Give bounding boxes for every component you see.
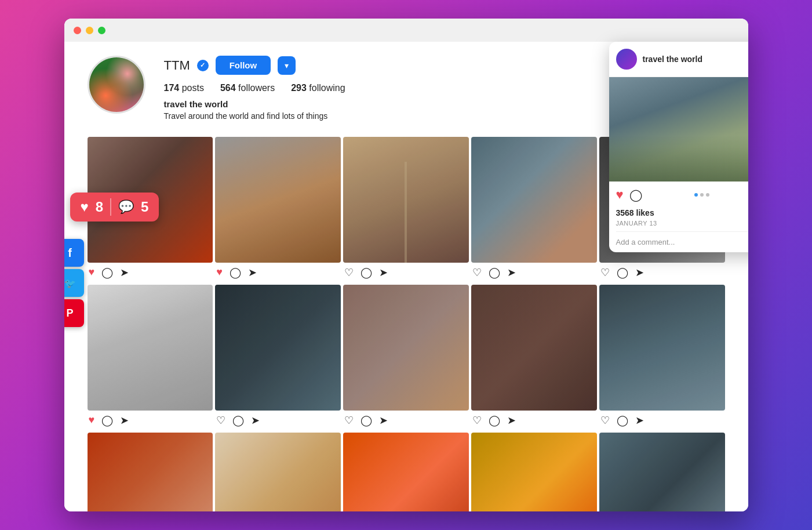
- like-icon[interactable]: [344, 266, 354, 279]
- photo-thumbnail: [88, 433, 213, 511]
- maximize-button[interactable]: [98, 27, 105, 34]
- followers-stat[interactable]: 564 followers: [220, 83, 275, 93]
- photo-actions: ◯ ➤: [88, 411, 213, 430]
- share-icon[interactable]: ➤: [248, 266, 257, 279]
- follow-button[interactable]: Follow: [216, 56, 271, 75]
- list-item[interactable]: [343, 433, 469, 511]
- share-icon[interactable]: ➤: [635, 266, 644, 279]
- like-icon[interactable]: [216, 266, 223, 278]
- photo-actions: ◯ ➤: [599, 411, 725, 430]
- posts-count: 174: [164, 83, 180, 93]
- like-icon[interactable]: [600, 414, 610, 427]
- posts-stat: 174 posts: [164, 83, 204, 93]
- popup-username: travel the world: [643, 55, 702, 64]
- badge-divider: [110, 198, 111, 216]
- share-icon[interactable]: ➤: [635, 414, 644, 427]
- like-icon[interactable]: [600, 266, 610, 279]
- comment-icon[interactable]: ◯: [361, 414, 372, 427]
- notification-badge: ♥ 8 💬 5: [70, 193, 159, 222]
- photo-thumbnail: [215, 285, 341, 411]
- share-icon[interactable]: ➤: [251, 414, 260, 427]
- photo-thumbnail: [88, 285, 213, 411]
- list-item[interactable]: ◯ ➤: [471, 137, 597, 282]
- list-item[interactable]: ◯ ➤: [471, 285, 597, 430]
- twitter-icon: 🐦: [64, 278, 76, 289]
- list-item[interactable]: ◯ ➤: [215, 285, 341, 430]
- minimize-button[interactable]: [86, 27, 93, 34]
- pinterest-icon: P: [66, 307, 73, 320]
- list-item[interactable]: [471, 433, 597, 511]
- share-icon[interactable]: ➤: [120, 414, 129, 427]
- browser-window: TTM ✓ Follow ▾ 174 posts 564 followers: [64, 19, 748, 511]
- photo-thumbnail: [343, 137, 469, 263]
- list-item[interactable]: ◯ ➤: [215, 137, 341, 282]
- list-item[interactable]: ◯ ➤: [343, 285, 469, 430]
- photo-thumbnail: [215, 433, 341, 511]
- pinterest-share-button[interactable]: P: [64, 299, 84, 327]
- popup-carousel-dots: [648, 193, 748, 197]
- post-detail-popup: travel the world ♥ ◯ 🔖 3568 likes JANUAR…: [609, 42, 748, 252]
- photo-thumbnail: [343, 285, 469, 411]
- share-icon[interactable]: ➤: [507, 266, 516, 279]
- like-icon[interactable]: [472, 266, 482, 279]
- like-icon[interactable]: [89, 414, 95, 426]
- share-icon[interactable]: ➤: [379, 414, 388, 427]
- comments-count: 5: [141, 199, 148, 215]
- list-item[interactable]: ◯ ➤: [599, 285, 725, 430]
- like-icon[interactable]: [216, 414, 225, 427]
- comment-icon[interactable]: ◯: [232, 414, 244, 427]
- photo-thumbnail: [215, 137, 341, 263]
- facebook-share-button[interactable]: f: [64, 239, 84, 267]
- photo-thumbnail: [599, 285, 725, 411]
- like-icon[interactable]: [472, 414, 482, 427]
- list-item[interactable]: [88, 433, 213, 511]
- popup-comment-icon[interactable]: ◯: [629, 188, 642, 202]
- list-item[interactable]: ◯ ➤: [343, 137, 469, 282]
- comment-icon[interactable]: ◯: [489, 414, 500, 427]
- heart-icon: ♥: [81, 199, 89, 215]
- comment-icon[interactable]: ◯: [101, 414, 113, 427]
- close-button[interactable]: [74, 27, 81, 34]
- popup-comment-input[interactable]: Add a comment...: [609, 232, 748, 252]
- following-count: 293: [291, 83, 307, 93]
- carousel-dot[interactable]: [706, 193, 709, 197]
- share-icon[interactable]: ➤: [120, 266, 129, 279]
- carousel-dot[interactable]: [694, 193, 698, 197]
- popup-likes-count: 3568 likes: [609, 208, 748, 220]
- comment-icon[interactable]: ◯: [617, 266, 628, 279]
- twitter-share-button[interactable]: 🐦: [64, 269, 84, 297]
- like-icon[interactable]: [344, 414, 354, 427]
- list-item[interactable]: [599, 433, 725, 511]
- comment-icon[interactable]: ◯: [361, 266, 372, 279]
- photo-thumbnail: [471, 137, 597, 263]
- comment-icon[interactable]: ◯: [230, 266, 241, 279]
- photo-actions: ◯ ➤: [599, 263, 725, 282]
- browser-titlebar: [64, 19, 748, 42]
- photo-actions: ◯ ➤: [215, 263, 341, 282]
- share-icon[interactable]: ➤: [507, 414, 516, 427]
- photo-actions: ◯ ➤: [471, 263, 597, 282]
- popup-like-icon[interactable]: ♥: [616, 187, 624, 202]
- list-item[interactable]: [215, 433, 341, 511]
- popup-header: travel the world: [609, 42, 748, 77]
- photo-thumbnail: [599, 433, 725, 511]
- facebook-icon: f: [68, 246, 72, 260]
- photo-actions: ◯ ➤: [88, 263, 213, 282]
- like-icon[interactable]: [89, 266, 95, 278]
- comment-icon[interactable]: ◯: [617, 414, 628, 427]
- likes-count: 8: [96, 199, 103, 215]
- list-item[interactable]: ◯ ➤: [88, 285, 213, 430]
- following-stat[interactable]: 293 following: [291, 83, 345, 93]
- username-label: TTM: [164, 58, 190, 73]
- comment-bubble-icon: 💬: [118, 199, 134, 215]
- share-icon[interactable]: ➤: [379, 266, 388, 279]
- dropdown-button[interactable]: ▾: [278, 56, 296, 75]
- followers-label: followers: [238, 83, 275, 93]
- popup-actions-row: ♥ ◯ 🔖: [609, 181, 748, 208]
- popup-image: [609, 77, 748, 181]
- comment-icon[interactable]: ◯: [489, 266, 500, 279]
- comment-icon[interactable]: ◯: [101, 266, 113, 279]
- popup-date: JANUARY 13: [609, 220, 748, 231]
- carousel-dot[interactable]: [700, 193, 704, 197]
- following-label: following: [309, 83, 345, 93]
